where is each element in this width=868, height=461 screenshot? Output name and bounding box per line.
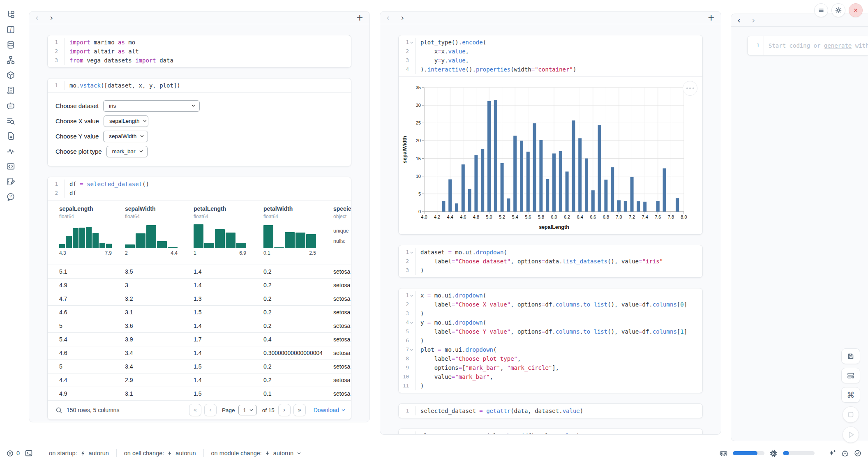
code-editor[interactable]: 1df = selected_dataset()2df: [48, 177, 351, 200]
table-column-header: sepalLengthfloat644.37.9: [59, 205, 112, 256]
dropdown-select[interactable]: iris: [103, 100, 200, 112]
on-module-change-setting[interactable]: on module change: autorun: [211, 450, 302, 456]
ai-sparkles-button[interactable]: [829, 449, 836, 457]
code-token: encode: [462, 39, 483, 46]
search-icon[interactable]: [55, 407, 62, 414]
add-cell-button[interactable]: +: [707, 14, 715, 22]
code-editor[interactable]: 1mo.vstack([dataset, x, y, plot]): [48, 78, 351, 92]
code-snippet-icon[interactable]: [6, 162, 15, 171]
code-token: columns: [556, 301, 580, 308]
table-cell: 4.6: [59, 346, 67, 360]
line-number: 3: [406, 309, 409, 318]
scratchpad-icon[interactable]: [6, 177, 15, 186]
code-editor[interactable]: 1plot_type = getattr(alt.Chart(df), plot…: [399, 429, 702, 434]
help-icon[interactable]: ?: [6, 192, 15, 201]
table-cell: 0.2: [263, 306, 271, 319]
dropdown-row: Choose plot typemark_bar: [48, 144, 351, 159]
prev-page-button[interactable]: ‹: [204, 404, 217, 416]
dependency-graph-icon[interactable]: [6, 55, 15, 65]
code-line: 2import altair as alt: [48, 47, 351, 56]
fold-spacer: [409, 365, 414, 370]
fold-chevron-icon[interactable]: [409, 293, 414, 298]
column-prev-button[interactable]: ‹: [35, 14, 39, 22]
fold-chevron-icon[interactable]: [409, 250, 414, 255]
app-layout-button[interactable]: [841, 368, 860, 383]
code-token: value: [563, 408, 580, 414]
code-token: [: [677, 328, 680, 335]
line-number: 1: [406, 406, 409, 415]
function-square-icon[interactable]: f: [6, 25, 15, 34]
code-token: df.: [545, 328, 555, 335]
histogram-bar: [306, 234, 316, 248]
chart-menu-button[interactable]: [683, 81, 697, 96]
code-editor[interactable]: 1import marimo as mo2import altair as al…: [48, 35, 351, 67]
chat-bot-icon[interactable]: [6, 101, 15, 110]
save-button[interactable]: [841, 348, 860, 364]
column-next-button[interactable]: ›: [752, 16, 755, 24]
script-scroll-icon[interactable]: [6, 86, 15, 95]
search-list-icon[interactable]: [6, 116, 15, 125]
menu-button[interactable]: [814, 3, 828, 17]
on-cell-change-setting[interactable]: on cell change: autorun: [124, 450, 196, 456]
fold-chevron-icon[interactable]: [409, 320, 414, 325]
add-cell-button[interactable]: +: [356, 14, 363, 22]
svg-text:sepalWidth: sepalWidth: [402, 136, 408, 164]
first-page-button[interactable]: «: [189, 404, 201, 416]
fold-chevron-icon[interactable]: [409, 40, 414, 45]
page-number-select[interactable]: 1: [238, 405, 256, 415]
column-prev-button[interactable]: ‹: [386, 14, 390, 22]
line-gutter: 3: [399, 56, 416, 65]
close-button[interactable]: [849, 3, 863, 17]
line-number: 3: [406, 56, 409, 65]
fold-chevron-icon[interactable]: [409, 347, 414, 352]
download-button[interactable]: Download: [314, 407, 346, 413]
code-token: (: [483, 292, 486, 299]
file-tree-icon[interactable]: [6, 10, 15, 19]
dropdown-select[interactable]: mark_bar: [106, 146, 148, 157]
floating-actions: ⌘: [841, 348, 861, 443]
code-editor[interactable]: 1plot_type().encode(2 x=x.value,3 y=y.va…: [399, 35, 702, 76]
activity-icon[interactable]: [6, 147, 15, 156]
last-page-button[interactable]: »: [293, 404, 306, 416]
bar-chart[interactable]: 4.04.24.44.64.85.05.25.45.65.86.06.26.46…: [401, 77, 695, 233]
keyboard-shortcuts-button[interactable]: ⌘: [841, 387, 860, 403]
column-prev-button[interactable]: ‹: [737, 16, 741, 24]
column-next-button[interactable]: ›: [50, 14, 53, 22]
line-number: 1: [55, 81, 58, 90]
settings-gear-button[interactable]: [831, 3, 845, 17]
document-icon[interactable]: [6, 131, 15, 141]
line-gutter: 2: [48, 47, 65, 56]
code-editor-placeholder[interactable]: Start coding or generate with: [764, 42, 868, 49]
code-editor[interactable]: 1x = mo.ui.dropdown(2 label="Choose X va…: [399, 288, 702, 393]
column-dtype: float64: [59, 214, 112, 219]
code-token: getattr: [486, 408, 510, 414]
code-token: df.: [545, 301, 555, 308]
column-next-button[interactable]: ›: [401, 14, 404, 22]
on-startup-setting[interactable]: on startup: autorun: [49, 450, 109, 456]
package-icon[interactable]: [6, 71, 15, 80]
dropdown-select[interactable]: sepalWidth: [103, 131, 148, 142]
code-editor[interactable]: 1dataset = mo.ui.dropdown(2 label="Choos…: [399, 245, 702, 277]
dropdown-select[interactable]: sepalLength: [104, 115, 148, 127]
error-count-badge[interactable]: 0: [7, 450, 20, 457]
generate-link[interactable]: generate: [824, 42, 852, 49]
code-token: ([dataset, x, y, plot]): [101, 82, 180, 89]
svg-text:6.8: 6.8: [603, 214, 609, 219]
code-token: (data, dataset.: [510, 408, 562, 414]
table-column-header: sepalWidthfloat6424.4: [125, 205, 178, 256]
code-token: "mark_bar": [466, 364, 500, 371]
copilot-bot-button[interactable]: [841, 449, 849, 457]
connection-status-button[interactable]: [854, 449, 861, 457]
code-editor[interactable]: 1selected_dataset = getattr(data, datase…: [399, 404, 702, 418]
terminal-button[interactable]: [25, 449, 32, 457]
code-text: y = mo.ui.dropdown(: [416, 318, 486, 327]
svg-text:6.0: 6.0: [551, 214, 557, 219]
table-row: 53.41.50.2setosa: [48, 360, 351, 373]
database-icon[interactable]: [6, 40, 15, 49]
run-button[interactable]: [843, 426, 859, 443]
dropdown-label: Choose Y value: [55, 133, 99, 140]
next-page-button[interactable]: ›: [278, 404, 291, 416]
stop-button[interactable]: [843, 406, 859, 423]
line-number: 3: [406, 266, 409, 275]
fold-spacer: [409, 259, 414, 264]
